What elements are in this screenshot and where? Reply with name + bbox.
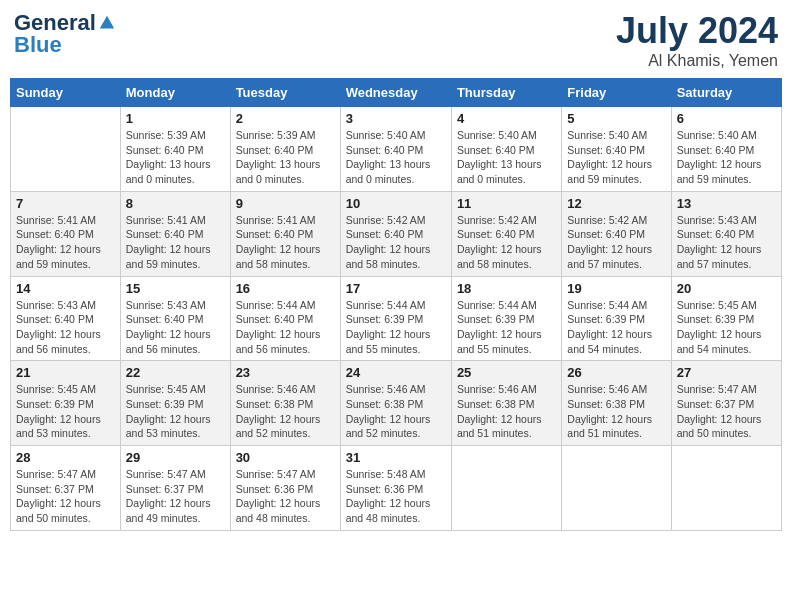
day-number: 18 [457, 281, 556, 296]
day-cell: 9Sunrise: 5:41 AMSunset: 6:40 PMDaylight… [230, 191, 340, 276]
header-thursday: Thursday [451, 79, 561, 107]
week-row-4: 21Sunrise: 5:45 AMSunset: 6:39 PMDayligh… [11, 361, 782, 446]
day-number: 26 [567, 365, 665, 380]
day-cell: 24Sunrise: 5:46 AMSunset: 6:38 PMDayligh… [340, 361, 451, 446]
day-cell: 12Sunrise: 5:42 AMSunset: 6:40 PMDayligh… [562, 191, 671, 276]
location: Al Khamis, Yemen [616, 52, 778, 70]
day-cell: 10Sunrise: 5:42 AMSunset: 6:40 PMDayligh… [340, 191, 451, 276]
day-number: 27 [677, 365, 776, 380]
day-cell: 19Sunrise: 5:44 AMSunset: 6:39 PMDayligh… [562, 276, 671, 361]
day-number: 29 [126, 450, 225, 465]
day-cell: 16Sunrise: 5:44 AMSunset: 6:40 PMDayligh… [230, 276, 340, 361]
week-row-2: 7Sunrise: 5:41 AMSunset: 6:40 PMDaylight… [11, 191, 782, 276]
day-cell: 23Sunrise: 5:46 AMSunset: 6:38 PMDayligh… [230, 361, 340, 446]
day-cell: 14Sunrise: 5:43 AMSunset: 6:40 PMDayligh… [11, 276, 121, 361]
day-number: 14 [16, 281, 115, 296]
day-info: Sunrise: 5:44 AMSunset: 6:39 PMDaylight:… [567, 298, 665, 357]
day-number: 25 [457, 365, 556, 380]
day-info: Sunrise: 5:41 AMSunset: 6:40 PMDaylight:… [126, 213, 225, 272]
day-cell [451, 446, 561, 531]
week-row-1: 1Sunrise: 5:39 AMSunset: 6:40 PMDaylight… [11, 107, 782, 192]
day-cell: 20Sunrise: 5:45 AMSunset: 6:39 PMDayligh… [671, 276, 781, 361]
day-number: 17 [346, 281, 446, 296]
day-number: 28 [16, 450, 115, 465]
day-info: Sunrise: 5:45 AMSunset: 6:39 PMDaylight:… [677, 298, 776, 357]
day-cell: 18Sunrise: 5:44 AMSunset: 6:39 PMDayligh… [451, 276, 561, 361]
day-info: Sunrise: 5:47 AMSunset: 6:36 PMDaylight:… [236, 467, 335, 526]
day-cell: 1Sunrise: 5:39 AMSunset: 6:40 PMDaylight… [120, 107, 230, 192]
day-cell: 17Sunrise: 5:44 AMSunset: 6:39 PMDayligh… [340, 276, 451, 361]
day-number: 3 [346, 111, 446, 126]
day-cell: 22Sunrise: 5:45 AMSunset: 6:39 PMDayligh… [120, 361, 230, 446]
day-info: Sunrise: 5:41 AMSunset: 6:40 PMDaylight:… [236, 213, 335, 272]
logo: General Blue [14, 10, 116, 58]
day-info: Sunrise: 5:40 AMSunset: 6:40 PMDaylight:… [457, 128, 556, 187]
header-wednesday: Wednesday [340, 79, 451, 107]
header-friday: Friday [562, 79, 671, 107]
day-number: 4 [457, 111, 556, 126]
day-cell: 7Sunrise: 5:41 AMSunset: 6:40 PMDaylight… [11, 191, 121, 276]
header-tuesday: Tuesday [230, 79, 340, 107]
day-number: 23 [236, 365, 335, 380]
calendar-header-row: SundayMondayTuesdayWednesdayThursdayFrid… [11, 79, 782, 107]
day-number: 10 [346, 196, 446, 211]
day-cell [11, 107, 121, 192]
day-info: Sunrise: 5:48 AMSunset: 6:36 PMDaylight:… [346, 467, 446, 526]
day-info: Sunrise: 5:41 AMSunset: 6:40 PMDaylight:… [16, 213, 115, 272]
day-number: 12 [567, 196, 665, 211]
day-info: Sunrise: 5:44 AMSunset: 6:39 PMDaylight:… [346, 298, 446, 357]
day-info: Sunrise: 5:39 AMSunset: 6:40 PMDaylight:… [126, 128, 225, 187]
day-info: Sunrise: 5:42 AMSunset: 6:40 PMDaylight:… [346, 213, 446, 272]
svg-marker-0 [100, 16, 114, 29]
day-cell: 3Sunrise: 5:40 AMSunset: 6:40 PMDaylight… [340, 107, 451, 192]
day-number: 24 [346, 365, 446, 380]
day-number: 6 [677, 111, 776, 126]
day-number: 31 [346, 450, 446, 465]
day-cell: 21Sunrise: 5:45 AMSunset: 6:39 PMDayligh… [11, 361, 121, 446]
day-cell: 5Sunrise: 5:40 AMSunset: 6:40 PMDaylight… [562, 107, 671, 192]
day-cell [562, 446, 671, 531]
calendar: SundayMondayTuesdayWednesdayThursdayFrid… [10, 78, 782, 531]
day-cell: 6Sunrise: 5:40 AMSunset: 6:40 PMDaylight… [671, 107, 781, 192]
day-cell: 30Sunrise: 5:47 AMSunset: 6:36 PMDayligh… [230, 446, 340, 531]
week-row-5: 28Sunrise: 5:47 AMSunset: 6:37 PMDayligh… [11, 446, 782, 531]
day-number: 15 [126, 281, 225, 296]
month-year: July 2024 [616, 10, 778, 52]
day-info: Sunrise: 5:46 AMSunset: 6:38 PMDaylight:… [346, 382, 446, 441]
day-cell: 25Sunrise: 5:46 AMSunset: 6:38 PMDayligh… [451, 361, 561, 446]
day-info: Sunrise: 5:46 AMSunset: 6:38 PMDaylight:… [567, 382, 665, 441]
day-number: 13 [677, 196, 776, 211]
header-saturday: Saturday [671, 79, 781, 107]
day-cell: 4Sunrise: 5:40 AMSunset: 6:40 PMDaylight… [451, 107, 561, 192]
day-cell: 31Sunrise: 5:48 AMSunset: 6:36 PMDayligh… [340, 446, 451, 531]
header-monday: Monday [120, 79, 230, 107]
week-row-3: 14Sunrise: 5:43 AMSunset: 6:40 PMDayligh… [11, 276, 782, 361]
day-number: 1 [126, 111, 225, 126]
day-number: 22 [126, 365, 225, 380]
day-number: 9 [236, 196, 335, 211]
day-number: 11 [457, 196, 556, 211]
day-info: Sunrise: 5:42 AMSunset: 6:40 PMDaylight:… [457, 213, 556, 272]
title-block: July 2024 Al Khamis, Yemen [616, 10, 778, 70]
day-info: Sunrise: 5:47 AMSunset: 6:37 PMDaylight:… [16, 467, 115, 526]
logo-icon [98, 14, 116, 32]
day-info: Sunrise: 5:44 AMSunset: 6:40 PMDaylight:… [236, 298, 335, 357]
day-info: Sunrise: 5:45 AMSunset: 6:39 PMDaylight:… [16, 382, 115, 441]
day-info: Sunrise: 5:43 AMSunset: 6:40 PMDaylight:… [677, 213, 776, 272]
day-cell: 13Sunrise: 5:43 AMSunset: 6:40 PMDayligh… [671, 191, 781, 276]
day-cell: 15Sunrise: 5:43 AMSunset: 6:40 PMDayligh… [120, 276, 230, 361]
day-info: Sunrise: 5:46 AMSunset: 6:38 PMDaylight:… [457, 382, 556, 441]
day-info: Sunrise: 5:40 AMSunset: 6:40 PMDaylight:… [346, 128, 446, 187]
day-number: 2 [236, 111, 335, 126]
day-info: Sunrise: 5:40 AMSunset: 6:40 PMDaylight:… [677, 128, 776, 187]
day-cell: 29Sunrise: 5:47 AMSunset: 6:37 PMDayligh… [120, 446, 230, 531]
day-cell [671, 446, 781, 531]
header-sunday: Sunday [11, 79, 121, 107]
day-number: 21 [16, 365, 115, 380]
day-info: Sunrise: 5:43 AMSunset: 6:40 PMDaylight:… [126, 298, 225, 357]
day-cell: 27Sunrise: 5:47 AMSunset: 6:37 PMDayligh… [671, 361, 781, 446]
day-info: Sunrise: 5:44 AMSunset: 6:39 PMDaylight:… [457, 298, 556, 357]
day-cell: 2Sunrise: 5:39 AMSunset: 6:40 PMDaylight… [230, 107, 340, 192]
day-number: 16 [236, 281, 335, 296]
day-info: Sunrise: 5:46 AMSunset: 6:38 PMDaylight:… [236, 382, 335, 441]
